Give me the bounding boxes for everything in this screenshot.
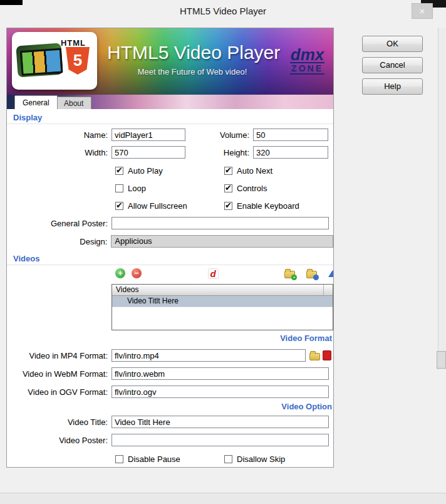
banner-subtitle: Meet the Future of Web video! [108,67,276,76]
disallow-skip-checkbox[interactable] [224,455,232,463]
videos-list-header[interactable]: Videos [112,285,333,296]
fullscreen-keyboard-row: Allow Fullscreen Enable Keyboard [115,200,333,211]
remove-video-icon[interactable]: − [132,268,142,278]
title-bar: HTML5 Video Player × [0,0,446,23]
name-label: Name: [7,130,112,140]
videos-list: Videos Video Titlt Here [112,284,333,330]
fullscreen-label: Allow Fullscreen [128,201,187,211]
video-poster-label: Video Poster: [7,436,112,445]
mp4-row: Video in MP4 Format: [7,349,333,362]
autoplay-autonext-row: Auto Play Auto Next [115,165,333,176]
volume-label: Volume: [185,130,253,140]
width-input[interactable] [112,146,185,159]
banner-title: HTML5 Video Player [107,42,280,63]
dialog-main-panel: HTML 5 HTML5 Video Player Meet the Futur… [6,28,334,468]
loop-controls-row: Loop Controls [115,182,333,194]
keyboard-checkbox[interactable] [224,202,232,210]
general-poster-row: General Poster: [7,216,333,230]
general-poster-input[interactable] [112,217,329,229]
controls-label: Controls [237,184,267,193]
dialog-buttons: OK Cancel Help [362,36,423,100]
design-row: Design: Applicious [7,234,333,248]
mp4-label: Video in MP4 Format: [7,351,112,360]
window-title: HTML5 Video Player [0,0,446,23]
video-list-item[interactable]: Video Titlt Here [112,296,333,307]
mp4-extra-icon[interactable] [323,350,331,360]
import-folder-icon[interactable] [306,271,317,278]
add-video-icon[interactable]: + [115,268,125,278]
dmxzone-icon[interactable]: d [208,268,219,279]
video-format-link[interactable]: Video Format [7,333,333,344]
right-edge-cut-button[interactable] [437,351,446,369]
tab-strip: General About [7,95,333,109]
name-volume-row: Name: Volume: [7,128,333,142]
width-height-row: Width: Height: [7,145,333,159]
move-up-icon[interactable] [328,270,333,277]
autonext-label: Auto Next [237,166,272,176]
videos-column-spacer [324,285,333,295]
banner: HTML 5 HTML5 Video Player Meet the Futur… [7,28,333,95]
pause-skip-row: Disable Pause Disallow Skip [115,453,333,465]
autonext-checkbox[interactable] [224,167,232,175]
height-input[interactable] [253,146,328,159]
controls-checkbox[interactable] [224,184,232,192]
tab-general[interactable]: General [14,95,58,109]
browse-mp4-folder-icon[interactable] [309,353,320,360]
fullscreen-checkbox[interactable] [115,202,123,210]
name-input[interactable] [112,129,185,141]
design-label: Design: [7,237,111,246]
video-title-label: Video Title: [7,417,112,427]
webm-label: Video in WebM Format: [7,369,112,379]
volume-input[interactable] [253,129,328,141]
videos-section-heading: Videos [7,254,333,265]
general-poster-label: General Poster: [7,219,112,228]
width-label: Width: [7,148,112,157]
videos-toolbar: + − d + [115,268,333,279]
loop-label: Loop [128,184,146,193]
webm-input[interactable] [112,367,329,380]
loop-checkbox[interactable] [115,184,123,192]
webm-row: Video in WebM Format: [7,367,333,381]
ogv-input[interactable] [112,386,329,398]
right-edge-panel [438,28,446,370]
ok-button[interactable]: OK [362,36,423,52]
cancel-button[interactable]: Cancel [362,57,423,73]
mp4-input[interactable] [112,349,306,362]
html5-logo: HTML 5 [12,32,97,90]
autoplay-label: Auto Play [128,166,163,176]
help-button[interactable]: Help [362,78,423,95]
add-folder-icon[interactable]: + [284,271,295,278]
tab-about[interactable]: About [56,97,91,109]
design-select[interactable]: Applicious [111,235,333,248]
display-section-heading: Display [7,113,333,124]
dmxzone-logo-bottom: ZONE [290,62,324,75]
html5-shield-icon: 5 [66,47,90,75]
disable-pause-label: Disable Pause [128,454,180,464]
videos-column-header[interactable]: Videos [112,285,324,295]
filmstrip-icon [16,43,63,78]
html5-logo-word: HTML [61,38,86,48]
keyboard-label: Enable Keyboard [237,201,299,211]
disable-pause-checkbox[interactable] [115,455,123,463]
plus-badge-icon: + [291,275,297,280]
video-poster-input[interactable] [112,434,329,446]
video-poster-row: Video Poster: [7,433,333,447]
general-tab-content: Display Name: Volume: Width: Height: Aut… [7,109,333,467]
disallow-skip-label: Disallow Skip [237,454,285,464]
close-button[interactable]: × [412,3,433,19]
autoplay-checkbox[interactable] [115,167,123,175]
import-badge-icon [313,275,319,280]
dmxzone-logo: dmx ZONE [290,47,324,75]
video-options-link[interactable]: Video Option [7,402,333,412]
close-icon: × [420,6,425,16]
bottom-status-strip [0,493,446,504]
video-title-input[interactable] [112,416,329,428]
ogv-label: Video in OGV Format: [7,387,112,397]
ogv-row: Video in OGV Format: [7,385,333,399]
dmxzone-logo-top: dmx [290,47,324,62]
height-label: Height: [185,148,253,157]
video-title-row: Video Title: [7,415,333,429]
